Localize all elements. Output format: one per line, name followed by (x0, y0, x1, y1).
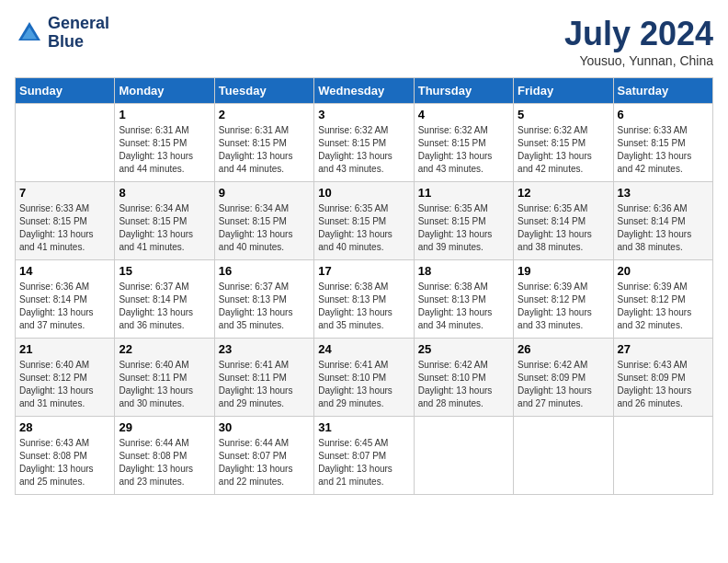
day-info: Sunrise: 6:44 AMSunset: 8:07 PMDaylight:… (219, 437, 310, 488)
day-info: Sunrise: 6:36 AMSunset: 8:14 PMDaylight:… (618, 202, 709, 254)
day-cell: 14Sunrise: 6:36 AMSunset: 8:14 PMDayligh… (16, 260, 115, 339)
day-info: Sunrise: 6:39 AMSunset: 8:12 PMDaylight:… (618, 281, 709, 332)
day-info: Sunrise: 6:37 AMSunset: 8:14 PMDaylight:… (119, 281, 210, 332)
day-info: Sunrise: 6:41 AMSunset: 8:10 PMDaylight:… (318, 359, 409, 410)
day-cell (613, 417, 712, 495)
col-header-friday: Friday (514, 78, 613, 104)
day-number: 19 (518, 264, 609, 278)
day-cell: 6Sunrise: 6:33 AMSunset: 8:15 PMDaylight… (613, 104, 712, 182)
day-info: Sunrise: 6:43 AMSunset: 8:08 PMDaylight:… (19, 437, 110, 488)
day-number: 3 (318, 108, 409, 121)
day-cell (16, 104, 115, 182)
day-number: 11 (418, 186, 509, 200)
day-cell: 1Sunrise: 6:31 AMSunset: 8:15 PMDaylight… (115, 104, 214, 182)
day-cell: 20Sunrise: 6:39 AMSunset: 8:12 PMDayligh… (613, 260, 712, 339)
month-title: July 2024 (564, 15, 713, 53)
day-cell: 29Sunrise: 6:44 AMSunset: 8:08 PMDayligh… (115, 417, 214, 495)
day-number: 26 (518, 342, 609, 356)
day-cell: 21Sunrise: 6:40 AMSunset: 8:12 PMDayligh… (16, 339, 115, 417)
day-number: 13 (618, 186, 709, 200)
day-cell: 22Sunrise: 6:40 AMSunset: 8:11 PMDayligh… (115, 339, 214, 417)
day-number: 20 (618, 264, 709, 278)
day-info: Sunrise: 6:33 AMSunset: 8:15 PMDaylight:… (618, 124, 709, 176)
day-number: 6 (618, 108, 709, 121)
day-info: Sunrise: 6:31 AMSunset: 8:15 PMDaylight:… (119, 124, 210, 176)
day-info: Sunrise: 6:35 AMSunset: 8:15 PMDaylight:… (318, 202, 409, 254)
day-number: 7 (19, 186, 110, 200)
day-cell: 12Sunrise: 6:35 AMSunset: 8:14 PMDayligh… (514, 182, 613, 260)
day-info: Sunrise: 6:31 AMSunset: 8:15 PMDaylight:… (219, 124, 310, 176)
day-cell: 18Sunrise: 6:38 AMSunset: 8:13 PMDayligh… (414, 260, 513, 339)
day-number: 21 (19, 342, 110, 356)
day-info: Sunrise: 6:33 AMSunset: 8:15 PMDaylight:… (19, 202, 110, 254)
week-row-2: 7Sunrise: 6:33 AMSunset: 8:15 PMDaylight… (16, 182, 713, 260)
col-header-tuesday: Tuesday (214, 78, 313, 104)
day-number: 28 (19, 420, 110, 434)
day-info: Sunrise: 6:45 AMSunset: 8:07 PMDaylight:… (318, 437, 409, 488)
logo: General Blue (15, 15, 109, 52)
day-cell: 19Sunrise: 6:39 AMSunset: 8:12 PMDayligh… (514, 260, 613, 339)
day-info: Sunrise: 6:32 AMSunset: 8:15 PMDaylight:… (418, 124, 509, 176)
day-cell: 31Sunrise: 6:45 AMSunset: 8:07 PMDayligh… (314, 417, 414, 495)
day-number: 14 (19, 264, 110, 278)
day-cell (414, 417, 513, 495)
day-cell: 2Sunrise: 6:31 AMSunset: 8:15 PMDaylight… (214, 104, 313, 182)
day-number: 10 (318, 186, 409, 200)
col-header-wednesday: Wednesday (314, 78, 414, 104)
day-info: Sunrise: 6:39 AMSunset: 8:12 PMDaylight:… (518, 281, 609, 332)
day-cell (514, 417, 613, 495)
day-number: 8 (119, 186, 210, 200)
week-row-1: 1Sunrise: 6:31 AMSunset: 8:15 PMDaylight… (16, 104, 713, 182)
col-header-monday: Monday (115, 78, 214, 104)
day-info: Sunrise: 6:35 AMSunset: 8:14 PMDaylight:… (518, 202, 609, 254)
day-cell: 15Sunrise: 6:37 AMSunset: 8:14 PMDayligh… (115, 260, 214, 339)
logo-icon (15, 18, 44, 48)
day-info: Sunrise: 6:32 AMSunset: 8:15 PMDaylight:… (518, 124, 609, 176)
day-number: 9 (219, 186, 310, 200)
page-header: General Blue July 2024 Yousuo, Yunnan, C… (15, 15, 713, 68)
day-cell: 28Sunrise: 6:43 AMSunset: 8:08 PMDayligh… (16, 417, 115, 495)
day-info: Sunrise: 6:34 AMSunset: 8:15 PMDaylight:… (119, 202, 210, 254)
day-number: 22 (119, 342, 210, 356)
day-number: 16 (219, 264, 310, 278)
day-cell: 27Sunrise: 6:43 AMSunset: 8:09 PMDayligh… (613, 339, 712, 417)
day-cell: 23Sunrise: 6:41 AMSunset: 8:11 PMDayligh… (214, 339, 313, 417)
week-row-4: 21Sunrise: 6:40 AMSunset: 8:12 PMDayligh… (16, 339, 713, 417)
day-info: Sunrise: 6:38 AMSunset: 8:13 PMDaylight:… (418, 281, 509, 332)
col-header-thursday: Thursday (414, 78, 513, 104)
logo-text: General Blue (48, 15, 109, 52)
col-header-saturday: Saturday (613, 78, 712, 104)
day-cell: 30Sunrise: 6:44 AMSunset: 8:07 PMDayligh… (214, 417, 313, 495)
day-number: 30 (219, 420, 310, 434)
day-cell: 10Sunrise: 6:35 AMSunset: 8:15 PMDayligh… (314, 182, 414, 260)
day-number: 27 (618, 342, 709, 356)
day-cell: 16Sunrise: 6:37 AMSunset: 8:13 PMDayligh… (214, 260, 313, 339)
day-cell: 11Sunrise: 6:35 AMSunset: 8:15 PMDayligh… (414, 182, 513, 260)
day-number: 17 (318, 264, 409, 278)
day-number: 2 (219, 108, 310, 121)
day-info: Sunrise: 6:36 AMSunset: 8:14 PMDaylight:… (19, 281, 110, 332)
day-cell: 13Sunrise: 6:36 AMSunset: 8:14 PMDayligh… (613, 182, 712, 260)
day-info: Sunrise: 6:44 AMSunset: 8:08 PMDaylight:… (119, 437, 210, 488)
day-cell: 5Sunrise: 6:32 AMSunset: 8:15 PMDaylight… (514, 104, 613, 182)
day-info: Sunrise: 6:37 AMSunset: 8:13 PMDaylight:… (219, 281, 310, 332)
day-cell: 24Sunrise: 6:41 AMSunset: 8:10 PMDayligh… (314, 339, 414, 417)
day-info: Sunrise: 6:40 AMSunset: 8:11 PMDaylight:… (119, 359, 210, 410)
day-info: Sunrise: 6:34 AMSunset: 8:15 PMDaylight:… (219, 202, 310, 254)
week-row-5: 28Sunrise: 6:43 AMSunset: 8:08 PMDayligh… (16, 417, 713, 495)
day-cell: 17Sunrise: 6:38 AMSunset: 8:13 PMDayligh… (314, 260, 414, 339)
week-row-3: 14Sunrise: 6:36 AMSunset: 8:14 PMDayligh… (16, 260, 713, 339)
day-info: Sunrise: 6:41 AMSunset: 8:11 PMDaylight:… (219, 359, 310, 410)
day-cell: 7Sunrise: 6:33 AMSunset: 8:15 PMDaylight… (16, 182, 115, 260)
day-info: Sunrise: 6:42 AMSunset: 8:09 PMDaylight:… (518, 359, 609, 410)
day-info: Sunrise: 6:32 AMSunset: 8:15 PMDaylight:… (318, 124, 409, 176)
day-number: 4 (418, 108, 509, 121)
day-number: 23 (219, 342, 310, 356)
day-cell: 25Sunrise: 6:42 AMSunset: 8:10 PMDayligh… (414, 339, 513, 417)
col-header-sunday: Sunday (16, 78, 115, 104)
day-info: Sunrise: 6:38 AMSunset: 8:13 PMDaylight:… (318, 281, 409, 332)
day-number: 1 (119, 108, 210, 121)
location: Yousuo, Yunnan, China (564, 53, 713, 68)
day-cell: 9Sunrise: 6:34 AMSunset: 8:15 PMDaylight… (214, 182, 313, 260)
day-info: Sunrise: 6:35 AMSunset: 8:15 PMDaylight:… (418, 202, 509, 254)
